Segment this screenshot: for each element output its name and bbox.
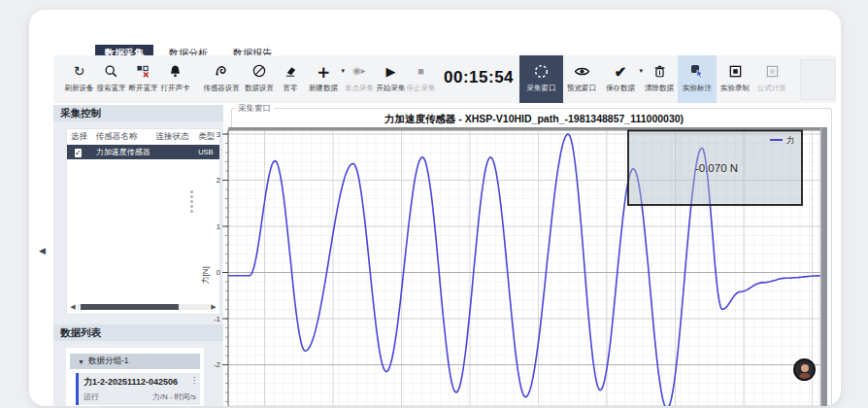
toolbar-empty-panel (800, 59, 836, 100)
play-icon: ▶ (386, 60, 396, 82)
data-item[interactable]: 力1-2-20251112-042506 ⋮ 运行 力/N - 时间/s (76, 373, 200, 405)
svg-text:1: 1 (217, 222, 220, 231)
scroll-left-icon[interactable]: ◀ (69, 303, 77, 311)
chart-vscrollbar[interactable] (820, 127, 827, 406)
collect-window-button[interactable]: 采集窗口 (519, 55, 563, 103)
eraser-icon (284, 60, 298, 82)
col-status: 连接状态 (155, 131, 198, 143)
kebab-menu-icon[interactable]: ⋮ (190, 376, 198, 385)
bell-icon (168, 60, 183, 82)
sensor-checkbox[interactable]: ✓ (75, 149, 82, 157)
user-avatar[interactable] (793, 358, 816, 381)
disconnect-bluetooth-button[interactable]: 断开蓝牙 (127, 55, 159, 103)
eye-icon (574, 60, 590, 82)
trash-icon (652, 60, 667, 82)
hscroll-thumb[interactable] (81, 304, 179, 310)
bluetooth-disconnect-icon (136, 60, 150, 82)
data-list: ▼ 数据分组-1 力1-2-20251112-042506 ⋮ 运行 力/N -… (66, 348, 204, 406)
search-bluetooth-button[interactable]: 搜索蓝牙 (95, 55, 127, 103)
sensor-table-header: 选择 传感器名称 连接状态 类型 (67, 129, 219, 143)
record-icon (728, 60, 743, 82)
set-zero-button[interactable]: 置零 (277, 55, 304, 103)
data-settings-button[interactable]: 数据设置 (242, 55, 277, 103)
sensor-icon (214, 60, 229, 82)
svg-text:0: 0 (217, 268, 220, 277)
svg-text:2: 2 (217, 176, 220, 185)
collect-timer: 00:15:54 (444, 68, 514, 87)
data-group-row[interactable]: ▼ 数据分组-1 (70, 354, 200, 369)
new-data-button[interactable]: ＋ ▾ 新建数据 (304, 55, 343, 103)
experiment-record-button[interactable]: 实验录制 (717, 55, 753, 103)
circle-slash-icon (251, 60, 267, 82)
chart-plot[interactable]: 3210-1-2力[N]-0.070 N力 (199, 127, 828, 406)
sidebar-collapse-icon[interactable]: ◀ (39, 246, 46, 255)
chart-title: 力加速度传感器 - XHSP-V10HID_path_-1981348857_1… (252, 113, 816, 126)
sidebar-splitter-handle[interactable] (190, 190, 193, 213)
data-item-title: 力1-2-20251112-042506 (83, 376, 196, 389)
experiment-annotate-button[interactable]: 实验标注 (678, 55, 717, 103)
refresh-device-button[interactable]: ↻ 刷新设备 (63, 55, 95, 103)
single-point-collect-button[interactable]: ◉▸ 单点采集 (343, 55, 376, 103)
chevron-down-icon[interactable]: ▼ (78, 358, 84, 365)
save-data-button[interactable]: ✔ ▾ 保存数据 (600, 55, 641, 103)
start-collect-button[interactable]: ▶ 开始采集 (376, 55, 406, 103)
annotate-icon (689, 60, 705, 82)
formula-calc-button[interactable]: 公式计算 (753, 55, 790, 103)
data-item-status: 运行 (83, 391, 99, 402)
svg-text:-1: -1 (214, 315, 220, 323)
data-item-axes: 力/N - 时间/s (152, 391, 196, 402)
search-icon (104, 60, 118, 82)
sidebar: 采集控制 选择 传感器名称 连接状态 类型 ✓ 力加速度传感器 USB ◀ ▶ … (53, 105, 223, 406)
svg-text:力[N]: 力[N] (201, 266, 210, 284)
refresh-icon: ↻ (74, 60, 85, 82)
sensor-row[interactable]: ✓ 力加速度传感器 USB (67, 145, 219, 159)
data-group-label: 数据分组-1 (88, 356, 129, 367)
app-window: 数据采集 数据分析 数据报告 ↻ 刷新设备 搜索蓝牙 断开蓝牙 打开声卡 (29, 10, 841, 406)
sensor-table: 选择 传感器名称 连接状态 类型 ✓ 力加速度传感器 USB ◀ ▶ (66, 128, 220, 315)
collect-control-header: 采集控制 (53, 105, 223, 121)
open-soundcard-button[interactable]: 打开声卡 (159, 55, 191, 103)
svg-text:3: 3 (217, 130, 220, 139)
stop-icon: ■ (417, 60, 424, 82)
chart-annotation-box: -0.070 N (628, 131, 802, 206)
toolbar: ↻ 刷新设备 搜索蓝牙 断开蓝牙 打开声卡 传感器设置 (53, 55, 836, 103)
preview-window-button[interactable]: 预览窗口 (563, 55, 600, 103)
svg-text:-0.070 N: -0.070 N (695, 162, 738, 174)
stop-collect-button[interactable]: ■ 停止采集 (406, 55, 436, 103)
sensor-settings-button[interactable]: 传感器设置 (201, 55, 242, 103)
app-root: 数据采集 数据分析 数据报告 ↻ 刷新设备 搜索蓝牙 断开蓝牙 打开声卡 (0, 0, 868, 408)
data-list-header: 数据列表 (53, 324, 223, 341)
check-icon: ✔ (615, 60, 627, 82)
formula-icon (765, 60, 780, 82)
sensor-name: 力加速度传感器 (96, 147, 156, 157)
svg-text:力: 力 (786, 135, 795, 145)
svg-text:-2: -2 (214, 360, 220, 369)
sensor-table-hscrollbar[interactable]: ◀ ▶ (69, 303, 217, 311)
col-select: 选择 (71, 131, 96, 143)
single-point-icon: ◉▸ (352, 60, 366, 82)
plus-icon: ＋ (315, 60, 333, 82)
col-name: 传感器名称 (96, 131, 156, 143)
clear-data-button[interactable]: 清除数据 (641, 55, 678, 103)
dashed-circle-icon (533, 60, 550, 82)
